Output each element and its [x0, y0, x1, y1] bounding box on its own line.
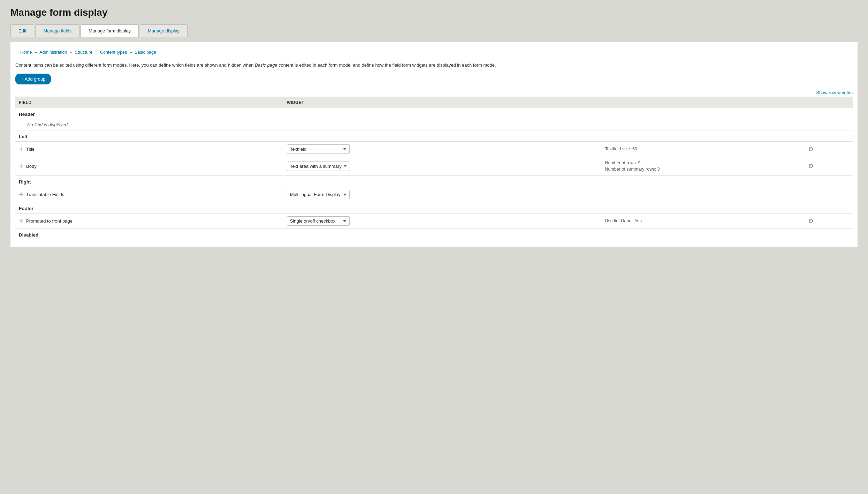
empty-message-header: No field is displayed.	[15, 119, 853, 130]
field-title-info: Textfield size: 60	[605, 147, 637, 151]
field-body-widget-select[interactable]: Text area with a summary	[287, 162, 350, 171]
group-label-header: Header	[15, 108, 853, 119]
group-header-right: Right	[15, 176, 853, 187]
group-header-disabled: Disabled	[15, 229, 853, 240]
breadcrumb-administration[interactable]: Administration	[39, 50, 67, 55]
group-label-right: Right	[15, 176, 853, 187]
field-title-gear-button[interactable]: ⚙	[806, 144, 816, 154]
field-promoted-widget-select[interactable]: Single on/off checkbox	[287, 216, 350, 226]
group-label-footer: Footer	[15, 202, 853, 214]
breadcrumb-structure[interactable]: Structure	[75, 50, 92, 55]
tab-manage-display[interactable]: Manage display	[140, 24, 188, 37]
field-promoted-ops-cell: ⚙	[802, 214, 853, 229]
group-label-left: Left	[15, 130, 853, 141]
group-header-empty: No field is displayed.	[15, 119, 853, 130]
table-row: ✛ Title Textfield Textfield size: 60 ⚙	[15, 141, 853, 157]
col-header-ops	[802, 97, 853, 108]
table-row: ✛ Promoted to front page Single on/off c…	[15, 214, 853, 229]
field-title-label: Title	[26, 147, 35, 152]
table-header: FIELD WIDGET	[15, 97, 853, 108]
field-body-info: Number of rows: 9Number of summary rows:…	[605, 160, 660, 172]
group-label-disabled: Disabled	[15, 229, 853, 240]
breadcrumb-content-types[interactable]: Content types	[100, 50, 127, 55]
drag-handle-promoted[interactable]: ✛	[19, 218, 23, 224]
field-promoted-cell: ✛ Promoted to front page	[15, 214, 283, 229]
page-description: Content items can be edited using differ…	[15, 62, 853, 69]
field-body-widget-cell: Text area with a summary	[283, 157, 602, 176]
breadcrumb-home[interactable]: Home	[20, 50, 32, 55]
field-promoted-info: Use field label: Yes	[605, 218, 642, 223]
col-header-widget: WIDGET	[283, 97, 602, 108]
field-title-cell: ✛ Title	[15, 141, 283, 157]
field-title-widget-cell: Textfield	[283, 141, 602, 157]
col-header-field: FIELD	[15, 97, 283, 108]
content-area: Home » Administration » Structure » Cont…	[10, 42, 858, 247]
form-display-table: FIELD WIDGET Header No field is displaye…	[15, 97, 853, 240]
group-header-header: Header	[15, 108, 853, 119]
field-translatable-ops-cell	[802, 187, 853, 202]
field-translatable-cell: ✛ Translatable Fields	[15, 187, 283, 202]
group-header-left: Left	[15, 130, 853, 141]
drag-handle-title[interactable]: ✛	[19, 146, 23, 152]
group-header-footer: Footer	[15, 202, 853, 214]
field-body-info-cell: Number of rows: 9Number of summary rows:…	[601, 157, 802, 176]
field-body-gear-button[interactable]: ⚙	[806, 162, 816, 171]
field-promoted-label: Promoted to front page	[26, 218, 73, 224]
add-group-button[interactable]: + Add group	[15, 74, 51, 84]
field-title-widget-select[interactable]: Textfield	[287, 144, 350, 154]
tabs-bar: Edit Manage fields Manage form display M…	[10, 24, 858, 37]
drag-handle-translatable[interactable]: ✛	[19, 191, 23, 198]
field-translatable-widget-cell: Multilingual Form Display	[283, 187, 602, 202]
tab-manage-form-display[interactable]: Manage form display	[81, 24, 139, 37]
show-row-weights-link[interactable]: Show row weights	[816, 90, 853, 95]
tab-manage-fields[interactable]: Manage fields	[35, 24, 79, 37]
field-promoted-widget-cell: Single on/off checkbox	[283, 214, 602, 229]
table-row: ✛ Translatable Fields Multilingual Form …	[15, 187, 853, 202]
field-title-info-cell: Textfield size: 60	[601, 141, 802, 157]
field-promoted-info-cell: Use field label: Yes	[601, 214, 802, 229]
table-row: ✛ Body Text area with a summary Number o…	[15, 157, 853, 176]
field-body-ops-cell: ⚙	[802, 157, 853, 176]
breadcrumb: Home » Administration » Structure » Cont…	[15, 47, 853, 58]
col-header-info	[601, 97, 802, 108]
page-wrapper: Manage form display Edit Manage fields M…	[0, 0, 868, 494]
field-translatable-info-cell	[601, 187, 802, 202]
field-translatable-label: Translatable Fields	[26, 192, 64, 197]
field-translatable-widget-select[interactable]: Multilingual Form Display	[287, 190, 350, 199]
drag-handle-body[interactable]: ✛	[19, 163, 23, 170]
field-body-label: Body	[26, 164, 37, 169]
table-header-row: Show row weights	[15, 90, 853, 95]
tab-edit[interactable]: Edit	[10, 24, 34, 37]
field-body-cell: ✛ Body	[15, 157, 283, 176]
page-title: Manage form display	[10, 7, 858, 18]
field-promoted-gear-button[interactable]: ⚙	[806, 217, 816, 226]
field-title-ops-cell: ⚙	[802, 141, 853, 157]
breadcrumb-basic-page[interactable]: Basic page	[135, 50, 156, 55]
